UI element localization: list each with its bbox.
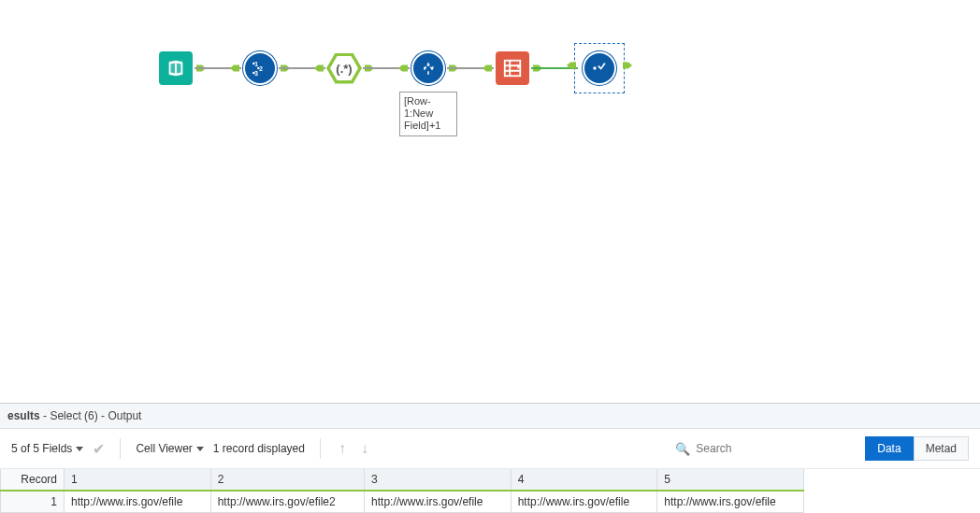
svg-text:1: 1 bbox=[254, 61, 258, 67]
multi-row-formula-tool[interactable] bbox=[410, 50, 447, 87]
col-header[interactable]: 1 bbox=[65, 469, 211, 491]
results-panel: esults - Select (6) - Output 5 of 5 Fiel… bbox=[0, 403, 980, 513]
separator bbox=[320, 438, 321, 459]
cell[interactable]: http://www.irs.gov/efile2 bbox=[210, 491, 364, 513]
cell[interactable]: http://www.irs.gov/efile bbox=[65, 491, 211, 513]
cell[interactable]: http://www.irs.gov/efile bbox=[365, 491, 512, 513]
multi-row-formula-icon bbox=[411, 51, 445, 85]
browse-tool[interactable] bbox=[578, 47, 621, 90]
svg-text:2: 2 bbox=[259, 65, 263, 72]
svg-point-5 bbox=[252, 72, 255, 75]
cell[interactable]: http://www.irs.gov/efile bbox=[657, 491, 804, 513]
input-anchor[interactable] bbox=[567, 60, 576, 71]
crosstab-tool[interactable] bbox=[494, 50, 531, 87]
record-id-icon: 123 bbox=[243, 51, 277, 85]
input-anchor[interactable] bbox=[314, 63, 324, 74]
col-header-record[interactable]: Record bbox=[1, 469, 65, 491]
crosstab-icon bbox=[496, 51, 529, 85]
cell[interactable]: http://www.irs.gov/efile bbox=[511, 491, 657, 513]
results-header: esults - Select (6) - Output bbox=[0, 404, 980, 429]
records-count-label: 1 record displayed bbox=[213, 442, 305, 455]
caret-down-icon bbox=[196, 447, 204, 451]
tab-data[interactable]: Data bbox=[865, 436, 913, 461]
text-input-icon bbox=[159, 51, 193, 85]
checkmark-icon[interactable]: ✔ bbox=[93, 440, 105, 458]
regex-icon: (.*) bbox=[326, 53, 362, 84]
search-field[interactable]: 🔍 bbox=[669, 438, 856, 460]
svg-point-4 bbox=[257, 67, 260, 70]
text-input-tool[interactable] bbox=[157, 50, 195, 87]
results-toolbar: 5 of 5 Fields ✔ Cell Viewer 1 record dis… bbox=[0, 429, 980, 469]
results-title: esults bbox=[7, 409, 40, 422]
input-anchor[interactable] bbox=[398, 63, 408, 74]
cell-viewer-dropdown[interactable]: Cell Viewer bbox=[136, 442, 203, 455]
results-path-output[interactable]: Output bbox=[108, 409, 141, 422]
output-anchor[interactable] bbox=[623, 60, 632, 71]
fields-dropdown[interactable]: 5 of 5 Fields bbox=[11, 442, 83, 455]
input-anchor[interactable] bbox=[483, 63, 492, 74]
col-header[interactable]: 5 bbox=[657, 469, 804, 491]
record-id-tool[interactable]: 123 bbox=[241, 50, 279, 87]
search-icon: 🔍 bbox=[675, 442, 690, 456]
svg-point-3 bbox=[252, 63, 255, 65]
svg-text:3: 3 bbox=[254, 70, 258, 77]
svg-point-7 bbox=[593, 66, 596, 69]
tool-annotation: [Row-1:New Field]+1 bbox=[399, 92, 457, 136]
arrow-down-icon[interactable]: ↓ bbox=[358, 440, 371, 457]
input-anchor[interactable] bbox=[230, 63, 239, 74]
col-header[interactable]: 4 bbox=[511, 469, 657, 491]
caret-down-icon bbox=[76, 447, 83, 451]
search-input[interactable] bbox=[696, 442, 845, 455]
table-row[interactable]: 1 http://www.irs.gov/efile http://www.ir… bbox=[1, 491, 804, 513]
tab-metadata[interactable]: Metad bbox=[914, 436, 969, 461]
view-tabs: Data Metad bbox=[865, 436, 969, 461]
arrow-up-icon[interactable]: ↑ bbox=[336, 440, 349, 457]
regex-tool[interactable]: (.*) bbox=[325, 50, 363, 87]
workflow-canvas[interactable]: 123 (.*) [Row-1:New Fiel bbox=[0, 0, 980, 382]
col-header[interactable]: 3 bbox=[365, 469, 512, 491]
browse-icon bbox=[583, 51, 616, 85]
separator bbox=[120, 438, 121, 459]
col-header[interactable]: 2 bbox=[210, 469, 364, 491]
results-path-select[interactable]: Select (6) bbox=[50, 409, 97, 422]
cell-record[interactable]: 1 bbox=[1, 491, 65, 513]
results-grid[interactable]: Record 1 2 3 4 5 1 http://www.irs.gov/ef… bbox=[0, 469, 804, 513]
